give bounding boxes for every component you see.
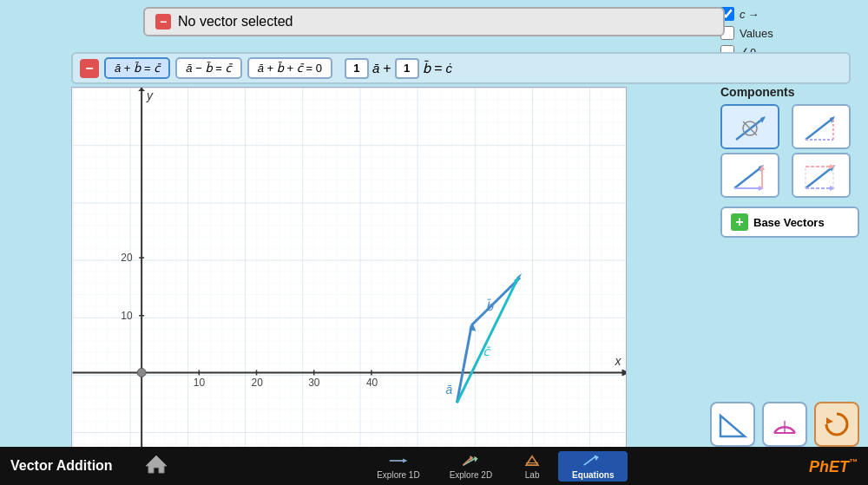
svg-point-20 — [137, 368, 146, 377]
nav-center: Explore 1D Explore 2D Lab — [182, 451, 809, 482]
base-vectors-label: Base Vectors — [753, 216, 825, 229]
eq-tab-subtract[interactable]: ā − b̄ = c̄ — [175, 57, 241, 79]
nav-equations-label: Equations — [572, 470, 614, 480]
remove-vector-button[interactable]: − — [80, 59, 99, 78]
svg-marker-58 — [826, 417, 833, 424]
svg-marker-59 — [146, 456, 167, 473]
notification-text: No vector selected — [178, 14, 293, 29]
protractor-tool-button[interactable] — [762, 402, 807, 447]
phet-logo: PhET™ — [809, 456, 858, 476]
nav-lab-label: Lab — [525, 470, 540, 480]
svg-marker-61 — [403, 458, 407, 462]
notification-icon: − — [155, 14, 171, 29]
eq-tab-zero[interactable]: ā + b̄ + c̄ = 0 — [247, 57, 332, 79]
scalar-a-box[interactable]: 1 — [345, 58, 369, 79]
svg-text:b̄: b̄ — [485, 298, 494, 313]
reset-button[interactable] — [814, 402, 859, 447]
components-label: Components — [720, 85, 859, 99]
right-panel: c → Values ∠θ ⊞ Components — [720, 7, 859, 238]
plus-icon: + — [731, 213, 748, 231]
nav-explore-2d[interactable]: Explore 2D — [436, 451, 506, 482]
equation-bar: − ā + b̄ = c̄ ā − b̄ = c̄ ā + b̄ + c̄ = … — [71, 52, 851, 84]
svg-marker-52 — [720, 416, 745, 436]
bottom-nav: Vector Addition Explore 1D Explore 2D — [0, 447, 868, 485]
svg-rect-1 — [73, 88, 626, 450]
bottom-tools — [710, 402, 859, 447]
checkbox-row-c: c → — [720, 7, 859, 21]
svg-line-44 — [806, 167, 833, 188]
app-title: Vector Addition — [10, 458, 113, 474]
plus-sign: + — [383, 61, 391, 76]
checkbox-c-label: c → — [740, 8, 760, 21]
svg-marker-47 — [830, 186, 835, 191]
svg-line-38 — [734, 167, 762, 188]
scalar-group: 1 ā + 1 b̄ = ċ — [345, 58, 452, 79]
svg-text:20: 20 — [252, 377, 264, 389]
nav-lab[interactable]: Lab — [508, 451, 556, 482]
nav-explore-2d-label: Explore 2D — [450, 470, 492, 480]
svg-text:10: 10 — [194, 377, 206, 389]
svg-text:y: y — [146, 88, 154, 102]
svg-line-34 — [806, 118, 833, 140]
home-button[interactable] — [130, 452, 182, 480]
component-xy-dashed-button[interactable] — [792, 153, 851, 198]
scalar-b-box[interactable]: 1 — [395, 58, 419, 79]
svg-text:ā: ā — [445, 383, 452, 397]
component-none-button[interactable] — [720, 104, 779, 149]
svg-marker-66 — [526, 456, 538, 464]
components-grid — [720, 104, 859, 198]
svg-text:20: 20 — [121, 252, 133, 264]
triangle-tool-button[interactable] — [710, 402, 755, 447]
base-vectors-button[interactable]: + Base Vectors — [720, 206, 859, 238]
svg-text:10: 10 — [121, 310, 133, 322]
nav-explore-1d[interactable]: Explore 1D — [363, 451, 433, 482]
svg-text:30: 30 — [308, 377, 320, 389]
eq-tab-add[interactable]: ā + b̄ = c̄ — [104, 57, 170, 79]
nav-explore-1d-label: Explore 1D — [377, 470, 419, 480]
vector-b-label: b̄ — [423, 61, 431, 76]
nav-equations[interactable]: Equations — [558, 451, 628, 482]
svg-line-68 — [584, 456, 596, 464]
svg-text:40: 40 — [366, 377, 378, 389]
component-parallel-button[interactable] — [792, 104, 851, 149]
svg-marker-31 — [760, 116, 766, 123]
equals-sign: = — [434, 61, 442, 76]
checkbox-row-values: Values — [720, 26, 859, 40]
svg-text:x: x — [615, 354, 622, 368]
canvas-area[interactable]: x y 10 20 30 40 20 10 ā b̄ — [71, 87, 627, 451]
vector-a-label: ā — [372, 61, 379, 75]
checkbox-values-label: Values — [740, 27, 773, 40]
grid-svg: x y 10 20 30 40 20 10 ā b̄ — [72, 88, 626, 450]
vector-c-label: ċ — [446, 61, 453, 75]
notification-bar: − No vector selected — [143, 7, 725, 36]
component-xy-on-button[interactable] — [720, 153, 779, 198]
